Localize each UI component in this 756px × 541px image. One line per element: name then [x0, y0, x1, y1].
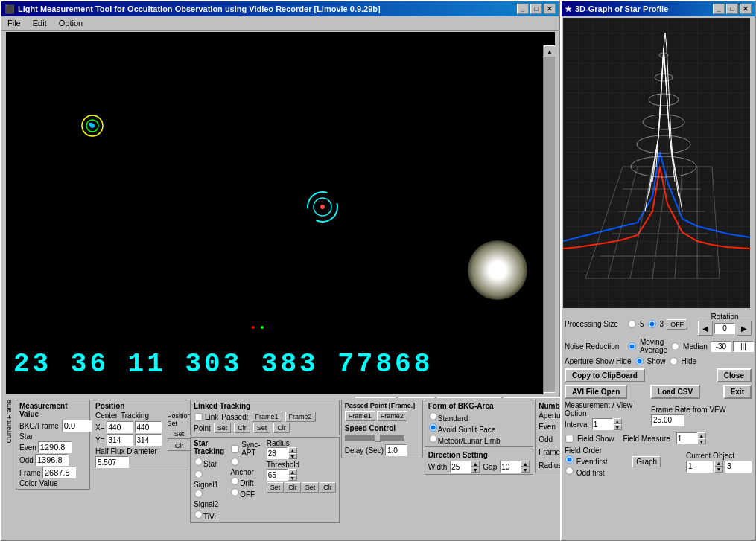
linked-clr1-button[interactable]: Clr: [234, 423, 250, 433]
exit-button[interactable]: Exit: [723, 385, 752, 399]
threshold-up-button[interactable]: ▲: [288, 469, 297, 475]
scroll-up-button[interactable]: ▲: [544, 45, 555, 57]
graph-button[interactable]: Graph: [632, 456, 661, 467]
interval-down-button[interactable]: ▼: [613, 424, 622, 430]
sync-apt-checkbox[interactable]: [231, 445, 238, 452]
maximize-button[interactable]: □: [530, 4, 542, 14]
graph-minimize-button[interactable]: _: [713, 4, 725, 14]
track-set2-button[interactable]: Set: [302, 482, 320, 493]
track-set-button[interactable]: Set: [267, 482, 285, 493]
y-center-value: 314: [107, 434, 133, 446]
rot-right-button[interactable]: ▶: [737, 321, 752, 336]
avi-file-open-button[interactable]: AVI File Open: [565, 385, 627, 399]
field-measure-down-button[interactable]: ▼: [697, 438, 706, 444]
menu-file[interactable]: File: [4, 18, 24, 28]
radius-input[interactable]: 28: [267, 447, 288, 459]
field-measure-input[interactable]: 1: [676, 432, 697, 444]
measurement-values-title: Measurement Value: [19, 402, 86, 418]
main-window-title: Light Measurement Tool for Occultation O…: [18, 4, 381, 13]
position-clr-button[interactable]: Clr: [168, 441, 191, 451]
threshold-input[interactable]: 65: [267, 469, 288, 481]
linked-clr2-button[interactable]: Clr: [273, 423, 290, 433]
interval-up-button[interactable]: ▲: [613, 418, 622, 424]
threshold-down-button[interactable]: ▼: [288, 475, 297, 481]
rot-left-button[interactable]: ◀: [698, 321, 713, 336]
width-up-button[interactable]: ▲: [471, 461, 480, 467]
aperture-hide-radio[interactable]: [670, 357, 677, 365]
proc-size-3-label: 3: [660, 320, 664, 328]
close-graph-button[interactable]: Close: [717, 368, 752, 382]
linked-frame2-button[interactable]: Frame2: [285, 412, 316, 422]
current-object-down-button[interactable]: ▼: [714, 467, 723, 473]
moving-avg-label: Moving Average: [640, 338, 667, 354]
position-set-button[interactable]: Set: [168, 429, 191, 439]
even-first-radio[interactable]: [565, 455, 573, 463]
track-signal2-radio[interactable]: [194, 490, 202, 497]
vertical-scrollbar[interactable]: ▲ ▼: [543, 45, 555, 394]
linked-set1-button[interactable]: Set: [214, 423, 232, 433]
meteor-radio[interactable]: [429, 435, 436, 442]
avoid-sunlit-radio[interactable]: [429, 423, 436, 431]
track-clr2-button[interactable]: Clr: [320, 482, 336, 493]
tracking-col-label: Tracking: [121, 412, 149, 420]
anchor-label: Anchor: [230, 468, 254, 476]
radius-down-button[interactable]: ▼: [288, 453, 297, 459]
delay-label: Delay (Sec): [345, 446, 384, 455]
width-input[interactable]: 25: [450, 461, 471, 473]
interval-input[interactable]: 1: [592, 418, 613, 430]
median-radio[interactable]: [671, 342, 679, 350]
linked-set2-button[interactable]: Set: [253, 423, 271, 433]
radius-up-button[interactable]: ▲: [288, 447, 297, 453]
passed-frame1-button[interactable]: Frame1: [345, 411, 375, 421]
avoid-sunlit-label: Avoid Sunlit Face: [438, 426, 496, 434]
scroll-down-button[interactable]: ▼: [544, 392, 555, 394]
star-circle-svg-1: [80, 114, 125, 159]
direction-setting-title: Direction Setting: [428, 451, 530, 459]
rotation-label: Rotation: [711, 313, 738, 321]
proc-size-3-radio[interactable]: [648, 320, 655, 327]
passed-frame2-button[interactable]: Frame2: [377, 411, 407, 421]
bkg-form-section: Form of BKG-Area Standard Avoid Sunlit F…: [425, 400, 533, 447]
current-object-up-button[interactable]: ▲: [714, 461, 723, 467]
field-show-checkbox[interactable]: [565, 435, 573, 442]
graph-display: [563, 18, 750, 308]
gap-up-button[interactable]: ▲: [521, 461, 530, 467]
gap-down-button[interactable]: ▼: [521, 467, 530, 473]
even-meas-label: Even: [19, 444, 36, 452]
color-value-label: Color Value: [19, 479, 58, 487]
odd-px-label: Odd: [539, 435, 561, 444]
svg-point-5: [320, 205, 325, 209]
menu-edit[interactable]: Edit: [30, 18, 50, 28]
star-label: Star: [19, 432, 33, 441]
anchor-radio[interactable]: [231, 458, 238, 465]
track-star-radio[interactable]: [194, 458, 202, 465]
speed-slider[interactable]: [345, 435, 404, 441]
field-measure-up-button[interactable]: ▲: [697, 432, 706, 438]
menu-option[interactable]: Option: [56, 18, 86, 28]
minimize-button[interactable]: _: [517, 4, 529, 14]
drift-radio[interactable]: [231, 477, 238, 484]
track-tivi-radio[interactable]: [194, 510, 202, 518]
width-down-button[interactable]: ▼: [471, 467, 480, 473]
position-section: Position Center Tracking X= 440 440 Y=: [92, 400, 188, 470]
close-button[interactable]: ✕: [544, 4, 556, 14]
graph-maximize-button[interactable]: □: [726, 4, 738, 14]
standard-radio[interactable]: [429, 412, 436, 420]
link-checkbox[interactable]: [194, 413, 202, 420]
moving-avg-radio[interactable]: [628, 342, 635, 350]
x-label: X=: [95, 423, 105, 432]
gap-input[interactable]: 10: [500, 461, 521, 473]
odd-first-radio[interactable]: [565, 467, 573, 474]
proc-size-5-radio[interactable]: [628, 320, 635, 327]
track-clr-button[interactable]: Clr: [285, 482, 301, 493]
copy-clipboard-button[interactable]: Copy to ClipBoard: [565, 368, 645, 382]
off-radio[interactable]: [231, 488, 238, 496]
proc-size-off-button[interactable]: OFF: [667, 319, 687, 330]
track-signal1-radio[interactable]: [194, 470, 202, 478]
load-csv-button[interactable]: Load CSV: [650, 385, 700, 399]
speed-control-title: Speed Control: [345, 424, 419, 432]
even-first-label: Even first: [576, 458, 608, 466]
aperture-show-radio[interactable]: [635, 357, 643, 365]
graph-close-button[interactable]: ✕: [740, 4, 752, 14]
linked-frame1-button[interactable]: Frame1: [252, 412, 282, 422]
